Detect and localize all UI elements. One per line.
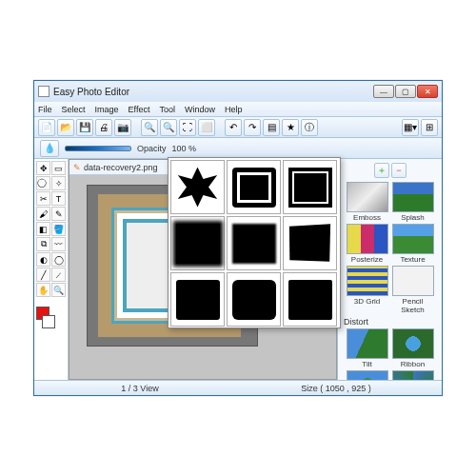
effects-button[interactable]: ★ [282, 119, 299, 136]
status-view: 1 / 3 View [42, 384, 238, 393]
statusbar: 1 / 3 View Size ( 1050 , 925 ) [34, 380, 442, 395]
effect-thumb-icon [347, 182, 388, 212]
effect-item[interactable]: Twist [391, 370, 435, 380]
scan-button[interactable]: 📷 [114, 119, 131, 136]
effects-section-label: Distort [344, 317, 440, 327]
effect-item[interactable]: Posterize [346, 224, 389, 264]
shape-tool[interactable]: ◯ [51, 252, 66, 267]
effect-thumb-icon [347, 224, 388, 254]
line-tool[interactable]: ╱ [36, 268, 50, 282]
minimize-button[interactable]: — [373, 85, 394, 98]
menu-effect[interactable]: Effect [129, 105, 150, 114]
effect-thumb-icon [392, 266, 434, 296]
close-button[interactable]: ✕ [417, 85, 438, 98]
select-tool[interactable]: ✥ [36, 161, 50, 175]
effect-thumb-icon [347, 370, 388, 380]
layers-button[interactable]: ▤ [263, 119, 280, 136]
menu-help[interactable]: Help [225, 105, 243, 114]
app-icon [38, 86, 50, 97]
background-swatch[interactable] [42, 315, 55, 328]
document-tab[interactable]: data-recovery2.png [84, 163, 158, 172]
info-button[interactable]: ⓘ [301, 119, 318, 136]
effect-thumb-icon [347, 266, 388, 296]
effect-thumb-icon [392, 182, 434, 212]
frame-option[interactable] [227, 216, 281, 270]
remove-effect-button[interactable]: － [391, 163, 407, 178]
effect-thumb-icon [347, 328, 388, 359]
undo-button[interactable]: ↶ [225, 119, 242, 136]
effects-grid-1: Emboss Splash Posterize Texture 3D Grid … [340, 182, 440, 314]
effect-item[interactable]: Texture [391, 224, 435, 264]
frames-popup [168, 157, 341, 328]
grid2-button[interactable]: ⊞ [421, 119, 438, 136]
marquee-tool[interactable]: ▭ [51, 161, 66, 175]
crop-tool[interactable]: ✂ [36, 191, 50, 206]
options-bar: 💧 Opacity 100 % [34, 138, 442, 159]
menu-window[interactable]: Window [185, 105, 215, 114]
tab-modified-icon: ✎ [73, 163, 81, 172]
window-title: Easy Photo Editor [53, 87, 129, 97]
effect-thumb-icon [392, 224, 434, 254]
smudge-tool[interactable]: 〰 [51, 237, 66, 251]
eraser-tool[interactable]: ◧ [36, 222, 50, 236]
frame-option[interactable] [283, 216, 337, 270]
maximize-button[interactable]: ▢ [395, 85, 416, 98]
zoom-tool[interactable]: 🔍 [51, 283, 66, 297]
eyedrop-tool[interactable]: ⟋ [51, 268, 66, 282]
effect-thumb-icon [392, 328, 434, 359]
zoom-out-button[interactable]: 🔍 [160, 119, 177, 136]
print-button[interactable]: 🖨 [95, 119, 112, 136]
gradient-tool[interactable]: ◐ [36, 252, 50, 267]
status-size: Size ( 1050 , 925 ) [238, 384, 434, 393]
fill-tool[interactable]: 🪣 [51, 222, 66, 236]
frame-dropdown[interactable]: ▦▾ [402, 119, 419, 136]
fit-button[interactable]: ⛶ [179, 119, 196, 136]
brush-tool[interactable]: 🖌 [36, 207, 50, 221]
frame-option[interactable] [283, 160, 337, 214]
frame-option[interactable] [227, 160, 281, 214]
frame-option[interactable] [170, 216, 225, 270]
opacity-value: 100 % [172, 144, 197, 153]
open-button[interactable]: 📂 [57, 119, 74, 136]
frame-option[interactable] [170, 160, 225, 214]
main-toolbar: 📄 📂 💾 🖨 📷 🔍 🔍 ⛶ ⬜ ↶ ↷ ▤ ★ ⓘ ▦▾ ⊞ [34, 117, 442, 138]
frame-option[interactable] [227, 272, 281, 327]
effect-item[interactable]: Splash [391, 182, 435, 222]
menu-image[interactable]: Image [95, 105, 119, 114]
menu-select[interactable]: Select [62, 105, 86, 114]
frame-option[interactable] [283, 272, 337, 327]
pencil-tool[interactable]: ✎ [51, 207, 66, 221]
menu-file[interactable]: File [38, 105, 52, 114]
opacity-slider[interactable] [65, 146, 131, 151]
wand-tool[interactable]: ✧ [51, 176, 66, 190]
menubar: File Select Image Effect Tool Window Hel… [34, 102, 442, 117]
effect-item[interactable]: Tilt [346, 328, 389, 368]
hand-tool[interactable]: ✋ [36, 283, 50, 297]
dropper-tool[interactable]: 💧 [40, 140, 59, 157]
frame-option[interactable] [170, 272, 225, 327]
effect-item[interactable]: Pencil Sketch [391, 266, 435, 314]
app-window: Easy Photo Editor — ▢ ✕ File Select Imag… [33, 80, 443, 396]
zoom-in-button[interactable]: 🔍 [141, 119, 158, 136]
new-button[interactable]: 📄 [38, 119, 55, 136]
effect-item[interactable]: Ribbon [391, 328, 435, 368]
opacity-label: Opacity [137, 144, 167, 153]
save-button[interactable]: 💾 [76, 119, 93, 136]
menu-tool[interactable]: Tool [159, 105, 175, 114]
effects-panel: ＋ － Emboss Splash Posterize Texture 3D G… [337, 159, 442, 380]
actual-button[interactable]: ⬜ [198, 119, 215, 136]
add-effect-button[interactable]: ＋ [374, 163, 389, 178]
effects-grid-2: Tilt Ribbon Bulge Twist [340, 328, 440, 380]
clone-tool[interactable]: ⧉ [36, 237, 50, 251]
redo-button[interactable]: ↷ [244, 119, 261, 136]
text-tool[interactable]: T [51, 191, 66, 206]
effect-item[interactable]: 3D Grid [346, 266, 389, 314]
titlebar: Easy Photo Editor — ▢ ✕ [34, 81, 442, 102]
tool-palette: ✥ ▭ ⃝ ✧ ✂ T 🖌 ✎ ◧ 🪣 ⧉ 〰 ◐ ◯ ╱ ⟋ ✋ 🔍 [34, 159, 69, 380]
lasso-tool[interactable]: ⃝ [36, 176, 50, 190]
effect-thumb-icon [392, 370, 434, 380]
effect-item[interactable]: Bulge [346, 370, 389, 380]
effect-item[interactable]: Emboss [346, 182, 389, 222]
